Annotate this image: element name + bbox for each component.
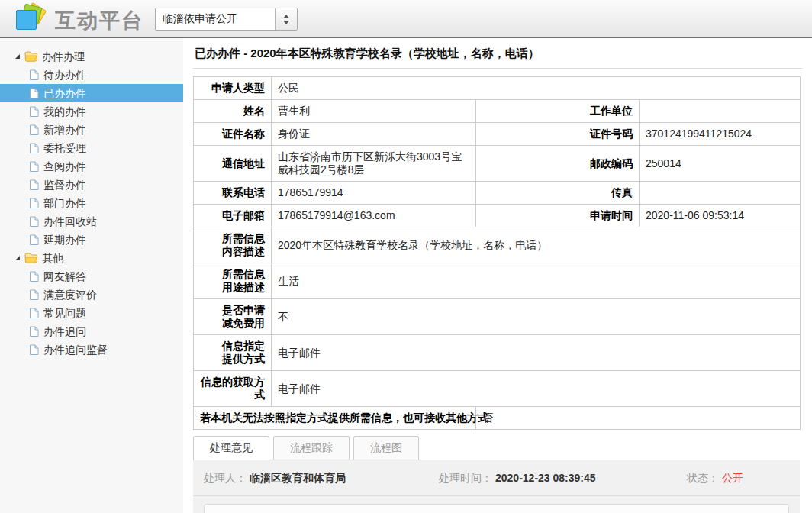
app-logo-icon	[14, 3, 49, 35]
field-label: 邮政编码	[476, 146, 640, 182]
sidebar-item-0-0[interactable]: 待办办件	[0, 66, 183, 84]
sidebar-item-0-1[interactable]: 已办办件	[0, 84, 183, 102]
field-value: 否	[476, 407, 801, 430]
sidebar-item-1-2[interactable]: 常见问题	[0, 304, 183, 322]
table-row: 若本机关无法按照指定方式提供所需信息，也可接收其他方式否	[194, 407, 801, 430]
field-label: 通信地址	[194, 146, 272, 182]
field-label: 信息的获取方式	[194, 371, 272, 407]
sidebar-section-1[interactable]: 其他	[0, 249, 183, 267]
sidebar-item-label: 监督办件	[44, 176, 86, 194]
detail-table: 申请人类型公民姓名曹生利工作单位证件名称身份证证件号码3701241994112…	[193, 76, 801, 430]
sidebar-item-label: 办件回收站	[44, 212, 97, 231]
table-row: 所需信息 用途描述生活	[194, 263, 801, 299]
field-label: 证件号码	[476, 123, 640, 146]
sidebar-item-0-6[interactable]: 监督办件	[0, 176, 183, 194]
folder-icon	[24, 51, 37, 62]
sidebar-item-label: 已办办件	[44, 84, 86, 102]
sidebar-item-label: 常见问题	[44, 304, 86, 322]
sidebar-item-label: 满意度评价	[44, 286, 97, 304]
sidebar-section-label: 其他	[42, 249, 63, 267]
document-icon	[29, 106, 39, 118]
arrow-up-icon	[283, 15, 289, 18]
table-row: 证件名称身份证证件号码370124199411215024	[194, 123, 801, 146]
tree-expander-icon[interactable]	[15, 256, 20, 260]
document-icon	[29, 234, 39, 246]
table-row: 申请人类型公民	[194, 77, 801, 100]
document-icon	[29, 216, 39, 227]
handler-group: 处理人：临淄区教育和体育局	[204, 472, 439, 486]
handler-label: 处理人：	[204, 472, 246, 484]
sidebar-item-0-7[interactable]: 部门办件	[0, 194, 183, 212]
status-group: 状态：公开	[687, 472, 789, 486]
document-icon	[29, 271, 39, 282]
sidebar-item-label: 部门办件	[44, 194, 86, 212]
sidebar-item-0-5[interactable]: 查阅办件	[0, 157, 183, 176]
sidebar-item-0-2[interactable]: 我的办件	[0, 102, 183, 121]
sidebar-item-1-0[interactable]: 网友解答	[0, 267, 183, 286]
arrow-down-icon	[283, 21, 289, 24]
sidebar-section-0[interactable]: 办件办理	[0, 47, 183, 66]
document-icon	[29, 88, 39, 99]
time-label: 处理时间：	[439, 472, 492, 484]
document-icon	[29, 179, 39, 191]
site-select-value: 临淄依申请公开	[156, 12, 275, 26]
status-badge: 公开	[722, 472, 743, 484]
table-row: 姓名曹生利工作单位	[194, 100, 801, 123]
table-row: 信息指定 提供方式电子邮件	[194, 335, 801, 371]
sidebar-item-0-9[interactable]: 延期办件	[0, 231, 183, 249]
field-label: 传真	[476, 182, 640, 205]
table-row: 信息的获取方式电子邮件	[194, 371, 801, 407]
field-label: 姓名	[194, 100, 272, 123]
select-spinner-icon[interactable]	[275, 8, 297, 30]
sidebar-section-label: 办件办理	[42, 47, 85, 66]
field-label: 若本机关无法按照指定方式提供所需信息，也可接收其他方式	[194, 407, 476, 430]
sidebar-item-label: 查阅办件	[44, 157, 86, 176]
sidebar-item-label: 网友解答	[44, 267, 86, 286]
field-value: 2020-11-06 09:53:14	[640, 205, 801, 227]
reply-text: 我单位已于2020年12月1日通过电子邮件形式对此件进行了答复。	[204, 504, 789, 513]
tab-bar: 处理意见流程跟踪流程图	[193, 436, 800, 460]
status-label: 状态：	[687, 472, 719, 484]
table-row: 联系电话17865179914传真	[194, 182, 801, 205]
tree-expander-icon[interactable]	[15, 54, 20, 59]
field-value: 370124199411215024	[640, 123, 801, 146]
tab-0[interactable]: 处理意见	[193, 436, 269, 460]
sidebar-item-label: 办件追问	[44, 322, 86, 340]
sidebar-item-1-4[interactable]: 办件追问监督	[0, 340, 183, 359]
field-value: 250014	[640, 146, 801, 182]
field-value: 公民	[272, 77, 801, 100]
field-value: 曹生利	[272, 100, 476, 123]
app-header: 互动平台 临淄依申请公开	[0, 0, 812, 38]
document-icon	[29, 124, 39, 136]
main-content: 已办办件 - 2020年本区特殊教育学校名录（学校地址，名称，电话） 申请人类型…	[183, 38, 812, 513]
document-icon	[29, 143, 39, 154]
field-label: 工作单位	[476, 100, 640, 123]
folder-icon	[24, 253, 37, 263]
tab-1[interactable]: 流程跟踪	[273, 436, 350, 460]
document-icon	[29, 198, 39, 209]
field-label: 所需信息 内容描述	[194, 227, 272, 263]
tab-2[interactable]: 流程图	[353, 436, 419, 460]
sidebar-item-label: 办件追问监督	[44, 340, 108, 359]
sidebar-item-label: 我的办件	[44, 102, 86, 121]
sidebar-tree: 办件办理待办办件已办办件我的办件新增办件委托受理查阅办件监督办件部门办件办件回收…	[0, 47, 183, 359]
field-label: 信息指定 提供方式	[194, 335, 272, 371]
time-group: 处理时间：2020-12-23 08:39:45	[439, 472, 687, 486]
table-row: 是否申请 减免费用不	[194, 299, 801, 335]
field-label: 是否申请 减免费用	[194, 299, 272, 335]
field-value: 生活	[272, 263, 801, 299]
sidebar-item-0-3[interactable]: 新增办件	[0, 121, 183, 139]
field-value	[640, 100, 801, 123]
opinion-panel: 处理人：临淄区教育和体育局 处理时间：2020-12-23 08:39:45 状…	[193, 460, 800, 513]
sidebar-item-0-4[interactable]: 委托受理	[0, 139, 183, 157]
field-value: 电子邮件	[272, 335, 801, 371]
document-icon	[29, 69, 39, 81]
page-title: 已办办件 - 2020年本区特殊教育学校名录（学校地址，名称，电话）	[193, 44, 802, 69]
site-select[interactable]: 临淄依申请公开	[155, 8, 298, 31]
sidebar-item-1-3[interactable]: 办件追问	[0, 322, 183, 340]
document-icon	[29, 289, 39, 301]
document-icon	[29, 308, 39, 319]
sidebar-item-0-8[interactable]: 办件回收站	[0, 212, 183, 231]
sidebar-item-1-1[interactable]: 满意度评价	[0, 286, 183, 304]
sidebar-item-label: 延期办件	[44, 231, 86, 249]
